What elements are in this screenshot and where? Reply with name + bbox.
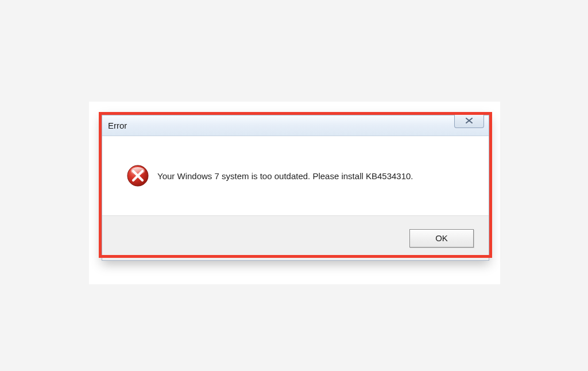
ok-button[interactable]: OK: [409, 229, 474, 248]
dialog-message: Your Windows 7 system is too outdated. P…: [157, 171, 413, 181]
close-icon: [465, 116, 474, 126]
error-icon: [126, 164, 149, 187]
dialog-titlebar: Error: [102, 115, 489, 136]
dialog-content: Your Windows 7 system is too outdated. P…: [102, 136, 489, 215]
dialog-button-area: OK: [102, 215, 489, 260]
dialog-title: Error: [108, 121, 127, 130]
close-button[interactable]: [454, 114, 484, 128]
error-dialog: Error: [102, 115, 489, 261]
